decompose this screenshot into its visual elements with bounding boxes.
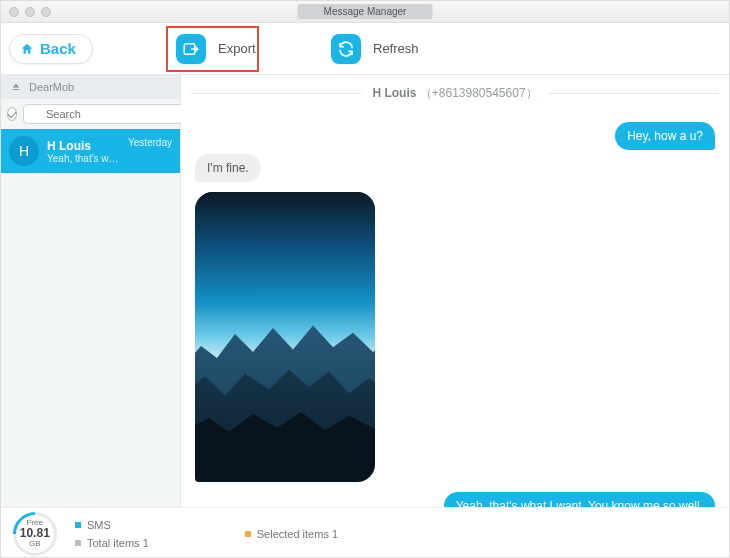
refresh-label: Refresh: [373, 41, 419, 56]
search-row: [1, 99, 180, 129]
titlebar: Message Manager: [1, 1, 729, 23]
message-received: I'm fine.: [195, 154, 261, 182]
message-sent: Yeah, that's what I want. You know me so…: [444, 492, 715, 507]
eject-icon: [11, 82, 21, 92]
conversation-item[interactable]: H H Louis Yeah, that's what I want. You …: [1, 129, 180, 173]
refresh-icon: [331, 34, 361, 64]
message-image[interactable]: [195, 192, 375, 482]
toolbar: Back Export Refresh: [1, 23, 729, 75]
avatar: H: [9, 136, 39, 166]
device-row[interactable]: DearMob: [1, 75, 180, 99]
back-button[interactable]: Back: [9, 34, 93, 64]
legend-selected: Selected items 1: [245, 528, 338, 540]
chat-header: H Louis （+8613980545607）: [181, 75, 729, 112]
chat-pane: H Louis （+8613980545607） Hey, how a u? I…: [181, 75, 729, 507]
back-label: Back: [40, 40, 76, 57]
storage-unit: GB: [20, 540, 50, 548]
conversation-name: H Louis: [47, 139, 120, 153]
storage-gauge: Free 10.81 GB: [4, 502, 66, 558]
export-icon: [176, 34, 206, 64]
close-icon[interactable]: [9, 7, 19, 17]
messages-area[interactable]: Hey, how a u? I'm fine. Yeah, that's wha…: [181, 112, 729, 507]
window-controls[interactable]: [9, 7, 51, 17]
minimize-icon[interactable]: [25, 7, 35, 17]
export-button[interactable]: Export: [176, 34, 256, 64]
home-icon: [20, 42, 34, 56]
conversation-preview: Yeah, that's what I want. You kno...: [47, 153, 120, 164]
storage-size: 10.81: [20, 527, 50, 540]
zoom-icon[interactable]: [41, 7, 51, 17]
sidebar: DearMob H H Louis Yeah, that's what I wa…: [1, 75, 181, 507]
message-sent: Hey, how a u?: [615, 122, 715, 150]
conversation-time: Yesterday: [128, 137, 172, 148]
search-input[interactable]: [23, 104, 185, 124]
status-bar: Free 10.81 GB SMS Total items 1 Selected…: [1, 507, 729, 558]
refresh-button[interactable]: Refresh: [331, 34, 419, 64]
window-title: Message Manager: [298, 4, 433, 19]
export-label: Export: [218, 41, 256, 56]
select-all-checkbox[interactable]: [7, 107, 17, 121]
legend-total: Total items 1: [75, 537, 149, 549]
device-name: DearMob: [29, 81, 74, 93]
chat-contact-name: H Louis: [372, 86, 416, 100]
chat-contact-phone: （+8613980545607）: [420, 86, 538, 100]
legend-sms: SMS: [75, 519, 149, 531]
